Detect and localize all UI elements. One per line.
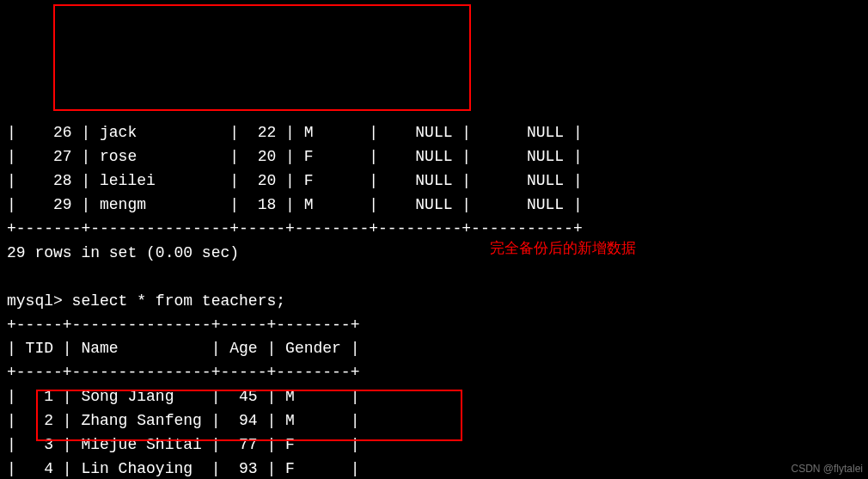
- mysql-prompt: mysql>: [7, 292, 63, 310]
- highlight-box-students: [53, 4, 471, 111]
- watermark: CSDN @flytalei: [791, 461, 863, 477]
- col-name: Name: [81, 340, 118, 357]
- col-gender: Gender: [285, 340, 341, 357]
- col-age: Age: [229, 340, 257, 357]
- terminal-output: | 26 | jack | 22 | M | NULL | NULL | | 2…: [7, 98, 861, 479]
- teachers-div-top: +-----+---------------+-----+--------+: [7, 316, 359, 334]
- teachers-div-mid: +-----+---------------+-----+--------+: [7, 364, 359, 381]
- sql-query[interactable]: select * from teachers;: [63, 292, 285, 310]
- students-footer: 29 rows in set (0.00 sec): [7, 244, 239, 261]
- students-divider: +-------+---------------+-----+--------+…: [7, 220, 583, 237]
- annotation-label: 完全备份后的新增数据: [490, 237, 636, 260]
- col-tid: TID: [26, 340, 53, 357]
